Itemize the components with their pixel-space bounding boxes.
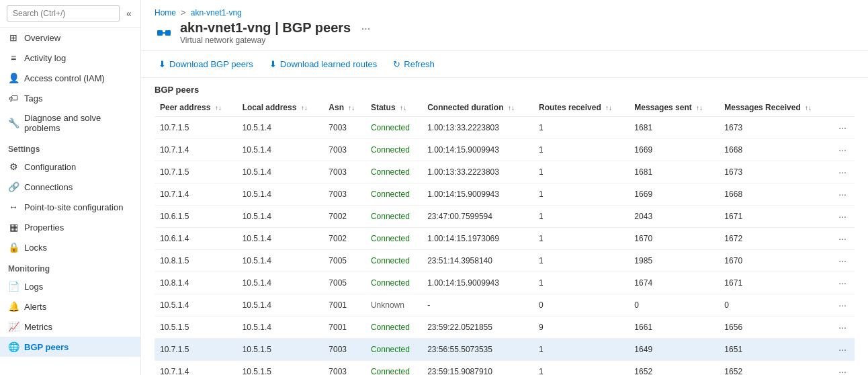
cell-local-address: 10.5.1.4: [237, 161, 324, 183]
cell-duration: 1.00:14:15.1973069: [422, 228, 533, 250]
row-more-button[interactable]: ···: [836, 254, 849, 267]
cell-duration: 1.00:14:15.9009943: [422, 272, 533, 294]
sidebar-search-container: «: [0, 0, 140, 28]
sidebar-item-label: Access control (IAM): [24, 73, 105, 83]
refresh-button[interactable]: ↻ Refresh: [389, 56, 439, 72]
cell-status: Connected: [365, 183, 422, 206]
col-connected-duration[interactable]: Connected duration ↑↓: [422, 99, 533, 117]
cell-received: 1651: [719, 339, 830, 361]
cell-status: Connected: [365, 228, 422, 250]
download-routes-button[interactable]: ⬇ Download learned routes: [265, 56, 382, 72]
row-more-button[interactable]: ···: [836, 298, 849, 312]
cell-actions: ···: [830, 317, 855, 339]
sidebar: « ⊞ Overview ≡ Activity log 👤 Access con…: [0, 0, 141, 375]
sort-routes-icon[interactable]: ↑↓: [605, 104, 612, 112]
sidebar-nav-item-access-control[interactable]: 👤 Access control (IAM): [0, 68, 140, 88]
cell-sent: 1661: [629, 317, 719, 339]
cell-asn: 7005: [323, 272, 365, 294]
sort-sent-icon[interactable]: ↑↓: [696, 104, 703, 112]
cell-asn: 7003: [323, 161, 365, 183]
cell-duration: 23:56:55.5073535: [422, 339, 533, 361]
sidebar-nav-item-properties[interactable]: ▦ Properties: [0, 217, 140, 237]
row-more-button[interactable]: ···: [836, 121, 849, 134]
download-routes-label: Download learned routes: [280, 59, 378, 69]
sidebar-nav-item-diagnose[interactable]: 🔧 Diagnose and solve problems: [0, 108, 140, 138]
cell-local-address: 10.5.1.4: [237, 117, 324, 139]
sort-duration-icon[interactable]: ↑↓: [508, 104, 515, 112]
col-messages-sent[interactable]: Messages sent ↑↓: [629, 99, 719, 117]
download-bgp-button[interactable]: ⬇ Download BGP peers: [155, 56, 257, 72]
page-more-options[interactable]: ···: [361, 23, 370, 34]
cell-sent: 1669: [629, 139, 719, 161]
sidebar-nav-item-connections[interactable]: 🔗 Connections: [0, 177, 140, 197]
row-more-button[interactable]: ···: [836, 276, 849, 290]
sidebar-nav-item-tags[interactable]: 🏷 Tags: [0, 88, 140, 108]
search-input[interactable]: [7, 5, 120, 22]
point-to-site-icon: ↔: [8, 202, 19, 212]
sort-asn-icon[interactable]: ↑↓: [348, 104, 355, 112]
download-routes-icon: ⬇: [269, 59, 277, 69]
sidebar-nav-item-metrics[interactable]: 📈 Metrics: [0, 317, 140, 337]
sidebar-item-label: Metrics: [24, 322, 52, 332]
cell-duration: 1.00:13:33.2223803: [422, 117, 533, 139]
cell-received: 1673: [719, 161, 830, 183]
row-more-button[interactable]: ···: [836, 210, 849, 223]
sidebar-nav-item-point-to-site[interactable]: ↔ Point-to-site configuration: [0, 197, 140, 217]
cell-received: 1670: [719, 250, 830, 272]
table-row: 10.8.1.5 10.5.1.4 7005 Connected 23:51:1…: [155, 250, 855, 272]
sidebar-nav-item-activity-log[interactable]: ≡ Activity log: [0, 48, 140, 68]
sidebar-item-label: Diagnose and solve problems: [24, 113, 132, 133]
monitoring-section-label: Monitoring: [0, 257, 140, 276]
col-routes-received[interactable]: Routes received ↑↓: [533, 99, 629, 117]
row-more-button[interactable]: ···: [836, 321, 849, 334]
cell-received: 1668: [719, 139, 830, 161]
sort-peer-address-icon[interactable]: ↑↓: [215, 104, 222, 112]
tags-icon: 🏷: [8, 93, 19, 103]
sidebar-nav-item-logs[interactable]: 📄 Logs: [0, 276, 140, 296]
sort-status-icon[interactable]: ↑↓: [400, 104, 406, 112]
col-status[interactable]: Status ↑↓: [365, 99, 422, 117]
page-title-text-block: akn-vnet1-vng | BGP peers ··· Virtual ne…: [180, 20, 370, 45]
cell-duration: 1.00:14:15.9009943: [422, 183, 533, 206]
col-local-address[interactable]: Local address ↑↓: [237, 99, 324, 117]
cell-peer-address: 10.7.1.4: [155, 139, 237, 161]
sidebar-item-label: Tags: [24, 93, 42, 103]
col-messages-received[interactable]: Messages Received ↑↓: [719, 99, 830, 117]
table-title: BGP peers: [155, 78, 855, 99]
row-more-button[interactable]: ···: [836, 143, 849, 157]
sidebar-nav-item-bgp-peers[interactable]: 🌐 BGP peers: [0, 337, 140, 357]
sidebar-nav-item-overview[interactable]: ⊞ Overview: [0, 28, 140, 48]
row-more-button[interactable]: ···: [836, 232, 849, 245]
cell-local-address: 10.5.1.5: [237, 339, 324, 361]
col-peer-address[interactable]: Peer address ↑↓: [155, 99, 237, 117]
cell-sent: 0: [629, 294, 719, 317]
row-more-button[interactable]: ···: [836, 188, 849, 201]
page-title: akn-vnet1-vng | BGP peers ···: [180, 20, 370, 36]
sort-local-address-icon[interactable]: ↑↓: [301, 104, 308, 112]
cell-asn: 7001: [323, 294, 365, 317]
breadcrumb-resource[interactable]: akn-vnet1-vng: [191, 8, 242, 17]
cell-local-address: 10.5.1.4: [237, 317, 324, 339]
row-more-button[interactable]: ···: [836, 343, 849, 356]
sort-received-icon[interactable]: ↑↓: [805, 104, 812, 112]
cell-sent: 2043: [629, 206, 719, 228]
cell-local-address: 10.5.1.4: [237, 228, 324, 250]
col-asn[interactable]: Asn ↑↓: [323, 99, 365, 117]
cell-received: 1671: [719, 272, 830, 294]
cell-sent: 1669: [629, 183, 719, 206]
cell-status: Connected: [365, 339, 422, 361]
cell-local-address: 10.5.1.4: [237, 250, 324, 272]
cell-received: 1668: [719, 183, 830, 206]
row-more-button[interactable]: ···: [836, 165, 849, 179]
breadcrumb-home[interactable]: Home: [155, 8, 176, 17]
sidebar-nav-item-configuration[interactable]: ⚙ Configuration: [0, 157, 140, 177]
resource-icon: [155, 24, 173, 42]
row-more-button[interactable]: ···: [836, 365, 849, 375]
cell-asn: 7003: [323, 361, 365, 376]
cell-routes: 1: [533, 228, 629, 250]
cell-actions: ···: [830, 228, 855, 250]
cell-actions: ···: [830, 117, 855, 139]
collapse-button[interactable]: «: [124, 7, 134, 20]
sidebar-nav-item-alerts[interactable]: 🔔 Alerts: [0, 296, 140, 317]
sidebar-nav-item-locks[interactable]: 🔒 Locks: [0, 237, 140, 257]
